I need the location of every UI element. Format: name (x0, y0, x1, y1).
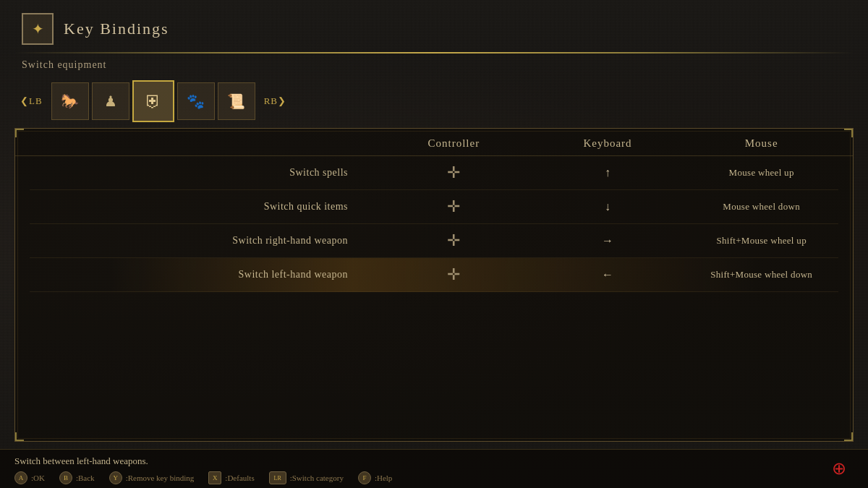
key-symbol: ↑ (605, 166, 610, 179)
keyboard-cell: ← (531, 268, 685, 281)
table-row[interactable]: Switch right-hand weapon → Shift+Mouse w… (30, 224, 838, 258)
action-name: Switch left-hand weapon (30, 269, 377, 281)
controls-hint: A :OK B :Back Y :Remove key binding X :D… (14, 471, 854, 484)
button-x: X (208, 471, 221, 484)
dpad-icon (444, 231, 463, 250)
tab-shield[interactable]: ⛨ (132, 80, 174, 122)
category-label: Switch equipment (0, 53, 868, 77)
controller-cell (377, 197, 531, 216)
status-bar: Switch between left-hand weapons. A :OK … (0, 449, 868, 488)
action-name: Switch spells (30, 167, 377, 179)
button-f: F (358, 471, 371, 484)
tab-nav-left[interactable]: ❮LB (14, 95, 48, 107)
button-y: Y (109, 471, 122, 484)
dpad-icon (444, 265, 463, 284)
dpad-icon (444, 163, 463, 182)
tab-scroll[interactable]: 📜 (218, 82, 255, 120)
headers-row: Controller Keyboard Mouse (15, 129, 853, 156)
header-mouse: Mouse (684, 137, 838, 150)
mouse-cell: Mouse wheel up (684, 167, 838, 179)
tab-bar: ❮LB 🐎 ♟ ⛨ 🐾 📜 RB❯ (0, 77, 868, 122)
mouse-cell: Shift+Mouse wheel up (684, 235, 838, 247)
hint-ok: A :OK (14, 471, 45, 484)
mouse-binding: Shift+Mouse wheel down (710, 269, 812, 281)
crosshair-icon (828, 458, 850, 479)
tab-beast[interactable]: 🐾 (177, 82, 215, 120)
controller-cell (377, 163, 531, 182)
table-row[interactable]: Switch left-hand weapon ← Shift+Mouse wh… (30, 258, 838, 292)
key-symbol: → (602, 234, 613, 247)
tab-nav-right[interactable]: RB❯ (258, 95, 292, 107)
status-description: Switch between left-hand weapons. (14, 455, 854, 467)
header-controller: Controller (377, 137, 531, 150)
keyboard-cell: ↑ (531, 166, 685, 179)
title-icon-symbol: ✦ (32, 20, 44, 38)
hint-switch-cat: LR :Switch category (269, 471, 344, 484)
title-bar: ✦ Key Bindings (0, 0, 868, 52)
tab-figure[interactable]: ♟ (92, 82, 129, 120)
keyboard-cell: → (531, 234, 685, 247)
mouse-cell: Shift+Mouse wheel down (684, 269, 838, 281)
beast-icon: 🐾 (187, 93, 205, 110)
table-row[interactable]: Switch spells ↑ Mouse wheel up (30, 156, 838, 190)
key-symbol: ← (602, 268, 613, 281)
main-container: ✦ Key Bindings Switch equipment ❮LB 🐎 ♟ … (0, 0, 868, 488)
corner-br (844, 432, 853, 441)
hint-ok-label: :OK (31, 474, 45, 482)
table-row[interactable]: Switch quick items ↓ Mouse wheel down (30, 190, 838, 224)
bottom-right-icon (828, 458, 850, 479)
content-panel: Controller Keyboard Mouse Switch spells … (14, 128, 854, 442)
keyboard-cell: ↓ (531, 200, 685, 213)
mouse-binding: Shift+Mouse wheel up (716, 235, 807, 247)
mouse-binding: Mouse wheel down (723, 201, 800, 213)
corner-tr (844, 129, 853, 137)
hint-back-label: :Back (76, 474, 95, 482)
hint-help-label: :Help (375, 474, 392, 482)
page-title: Key Bindings (64, 20, 169, 38)
hint-remove: Y :Remove key binding (109, 471, 195, 484)
action-name: Switch right-hand weapon (30, 235, 377, 247)
hint-defaults: X :Defaults (208, 471, 254, 484)
shield-icon: ⛨ (145, 91, 162, 111)
key-symbol: ↓ (605, 200, 610, 213)
hint-back: B :Back (59, 471, 95, 484)
corner-bl (15, 432, 24, 441)
mouse-binding: Mouse wheel up (729, 167, 794, 179)
action-name: Switch quick items (30, 201, 377, 213)
scroll-icon: 📜 (227, 93, 245, 110)
hint-defaults-label: :Defaults (225, 474, 254, 482)
hint-switch-label: :Switch category (290, 474, 344, 482)
hint-remove-label: :Remove key binding (126, 474, 195, 482)
dpad-icon (444, 197, 463, 216)
controller-cell (377, 265, 531, 284)
controller-cell (377, 231, 531, 250)
horse-icon: 🐎 (61, 93, 79, 110)
hint-help: F :Help (358, 471, 392, 484)
tab-horse[interactable]: 🐎 (51, 82, 89, 120)
button-a: A (14, 471, 27, 484)
corner-tl (15, 129, 24, 137)
bindings-list: Switch spells ↑ Mouse wheel up Switch qu… (15, 156, 853, 441)
button-lr: LR (269, 471, 286, 484)
header-keyboard: Keyboard (531, 137, 685, 150)
figure-icon: ♟ (104, 93, 117, 110)
mouse-cell: Mouse wheel down (684, 201, 838, 213)
title-icon: ✦ (22, 13, 54, 45)
button-b: B (59, 471, 72, 484)
